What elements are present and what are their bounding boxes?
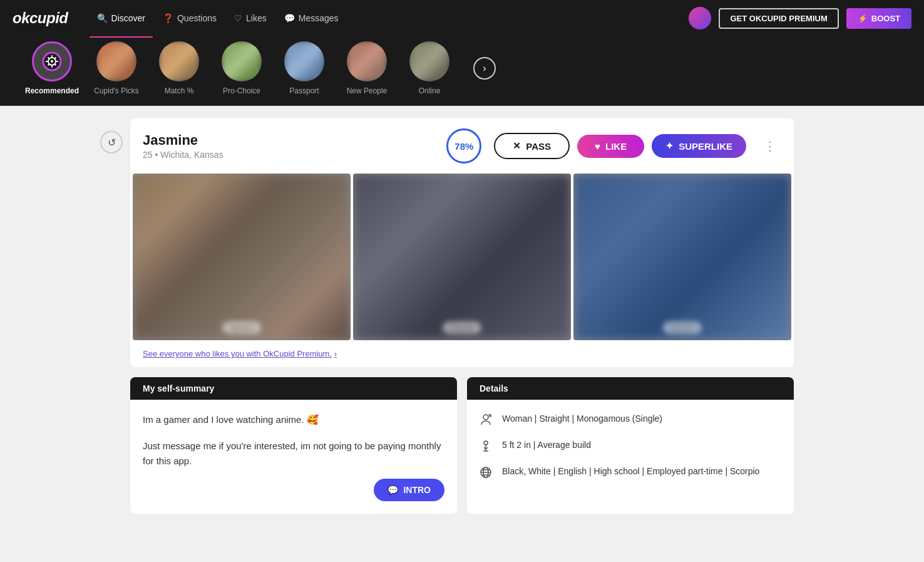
category-bar: Recommended Cupid's Picks Match % Pro-Ch…: [0, 36, 924, 106]
user-avatar[interactable]: [689, 7, 711, 29]
category-cupids-picks[interactable]: Cupid's Picks: [91, 41, 141, 95]
questions-icon: ❓: [163, 13, 173, 23]
nav-messages[interactable]: 💬 Messages: [277, 9, 346, 27]
heart-icon: ♥: [595, 141, 600, 152]
category-passport[interactable]: Passport: [279, 41, 329, 95]
chat-icon: 💬: [388, 485, 398, 495]
category-online[interactable]: Online: [404, 41, 454, 95]
discover-icon: 🔍: [97, 13, 108, 23]
detail-background-text: Black, White | English | High school | E…: [502, 465, 759, 478]
self-summary-text2: Just message me if you're interested, im…: [143, 439, 444, 469]
pro-choice-thumb: [222, 41, 262, 81]
details-card: Details Woman | Straight | Monogamous (S…: [467, 377, 794, 514]
recommended-thumb: [32, 41, 72, 81]
globe-icon: [480, 466, 493, 480]
details-body: Woman | Straight | Monogamous (Single) 5…: [467, 400, 794, 504]
superlike-icon: ✦: [665, 140, 674, 152]
self-summary-card: My self-summary Im a gamer and I love wa…: [130, 377, 457, 514]
refresh-button[interactable]: ↺: [100, 131, 123, 154]
profile-age-location: 25 • Wichita, Kansas: [143, 150, 434, 160]
detail-height-text: 5 ft 2 in | Average build: [502, 439, 591, 452]
messages-icon: 💬: [284, 13, 295, 23]
nav-discover[interactable]: 🔍 Discover: [90, 9, 153, 27]
pass-button[interactable]: ✕ PASS: [494, 133, 570, 159]
category-recommended[interactable]: Recommended: [25, 41, 79, 95]
category-recommended-label: Recommended: [25, 86, 79, 95]
nav-questions[interactable]: ❓ Questions: [155, 9, 224, 27]
match-percent-badge: 78%: [446, 128, 481, 164]
category-match[interactable]: Match %: [154, 41, 204, 95]
category-passport-label: Passport: [289, 86, 319, 95]
self-summary-body: Im a gamer and I love watching anime. 🥰 …: [130, 400, 457, 514]
brand-logo: okcupid: [13, 9, 68, 27]
main-nav: 🔍 Discover ❓ Questions ♡ Likes 💬 Message…: [90, 9, 346, 27]
profile-details-row: My self-summary Im a gamer and I love wa…: [130, 377, 794, 514]
intro-button[interactable]: 💬 INTRO: [374, 479, 444, 501]
boost-button[interactable]: ⚡ BOOST: [846, 8, 911, 29]
passport-thumb: [284, 41, 324, 81]
detail-row-background: Black, White | English | High school | E…: [480, 465, 781, 480]
profile-header: Jasmine 25 • Wichita, Kansas 78% ✕ PASS …: [130, 118, 794, 174]
arrow-icon: ›: [334, 349, 337, 358]
refresh-icon: ↺: [108, 137, 116, 148]
category-pro-choice[interactable]: Pro-Choice: [217, 41, 267, 95]
like-button[interactable]: ♥ LIKE: [577, 135, 644, 158]
category-pro-choice-label: Pro-Choice: [223, 86, 260, 95]
bolt-icon: ⚡: [858, 14, 868, 23]
categories-next-button[interactable]: ›: [473, 57, 496, 80]
header: okcupid 🔍 Discover ❓ Questions ♡ Likes 💬…: [0, 0, 924, 106]
profile-name: Jasmine: [143, 132, 434, 148]
category-new-people-label: New People: [347, 86, 388, 95]
profile-photos: blurred blurred blurred: [130, 174, 794, 343]
detail-row-height: 5 ft 2 in | Average build: [480, 439, 781, 454]
chevron-right-icon: ›: [483, 63, 486, 74]
nav-right: GET OKCUPID PREMIUM ⚡ BOOST: [689, 7, 911, 29]
category-online-label: Online: [419, 86, 441, 95]
online-thumb: [409, 41, 449, 81]
profile-card: ↺ Jasmine 25 • Wichita, Kansas 78% ✕ PAS…: [130, 118, 794, 367]
detail-row-gender: Woman | Straight | Monogamous (Single): [480, 412, 781, 427]
category-match-label: Match %: [165, 86, 194, 95]
nav-likes[interactable]: ♡ Likes: [227, 9, 274, 27]
category-new-people[interactable]: New People: [342, 41, 392, 95]
x-icon: ✕: [513, 140, 521, 152]
svg-point-10: [483, 415, 488, 420]
self-summary-header: My self-summary: [130, 377, 457, 400]
likes-icon: ♡: [234, 13, 242, 23]
profile-photo-2[interactable]: blurred: [353, 174, 571, 340]
action-buttons: ✕ PASS ♥ LIKE ✦ SUPERLIKE: [494, 133, 746, 159]
premium-link[interactable]: See everyone who likes you with OkCupid …: [130, 343, 794, 367]
profile-photo-1[interactable]: blurred: [133, 174, 351, 340]
main-content: ↺ Jasmine 25 • Wichita, Kansas 78% ✕ PAS…: [118, 118, 806, 514]
category-cupids-picks-label: Cupid's Picks: [94, 86, 139, 95]
svg-point-14: [484, 441, 488, 445]
new-people-thumb: [347, 41, 387, 81]
details-header: Details: [467, 377, 794, 400]
superlike-button[interactable]: ✦ SUPERLIKE: [652, 134, 746, 158]
detail-gender-text: Woman | Straight | Monogamous (Single): [502, 412, 662, 425]
cupids-picks-thumb: [96, 41, 136, 81]
person-icon: [480, 414, 493, 427]
more-options-button[interactable]: ⋮: [759, 136, 781, 156]
height-icon: [480, 440, 493, 454]
self-summary-text1: Im a gamer and I love watching anime. 🥰: [143, 412, 444, 427]
profile-name-section: Jasmine 25 • Wichita, Kansas: [143, 132, 434, 160]
match-thumb: [159, 41, 199, 81]
premium-button[interactable]: GET OKCUPID PREMIUM: [719, 8, 838, 29]
profile-photo-3[interactable]: blurred: [573, 174, 791, 340]
